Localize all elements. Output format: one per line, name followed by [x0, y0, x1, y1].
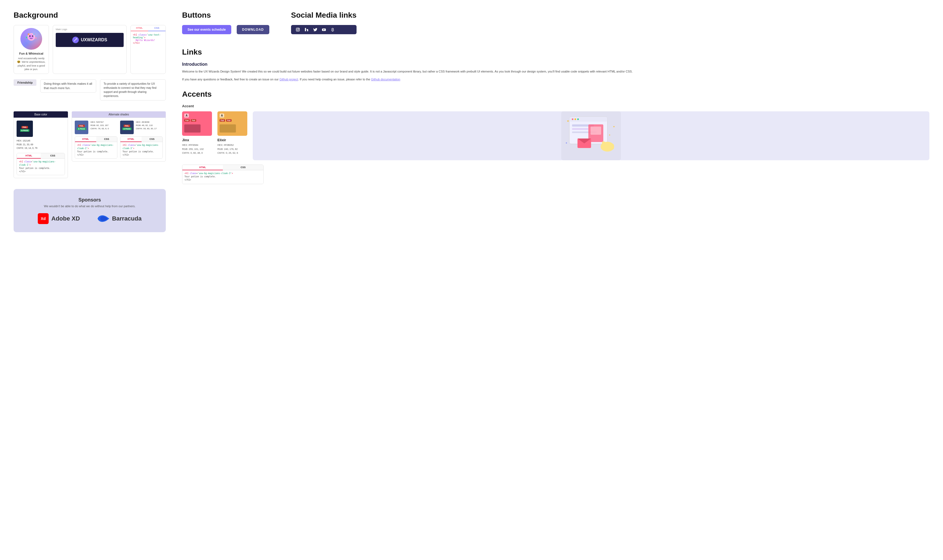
elixir-rgb: RGB: 240, 176, 82 — [217, 147, 247, 151]
svg-rect-26 — [572, 128, 589, 130]
links-title: Links — [182, 48, 929, 57]
svg-rect-33 — [609, 143, 611, 149]
shade2-css-tab[interactable]: CSS — [142, 137, 163, 142]
accent-cards-row: A Fail Fail Jinx HEX: #FF6584 RGB: 255, … — [182, 111, 929, 160]
shade2-l2: Your potion is complete. — [123, 150, 160, 154]
accent-code-tabs: HTML CSS — [182, 165, 263, 170]
shade1-l3: </h1> — [77, 154, 115, 157]
elixir-swatch: A Fail Fail — [217, 111, 247, 136]
accent-illustration: ✦ ✦ ✦ ✦ — [253, 111, 929, 160]
svg-point-11 — [298, 29, 299, 29]
social-title: Social Media links — [291, 11, 356, 20]
adobe-xd-logo: Xd Adobe XD — [38, 213, 80, 224]
accents-title: Accents — [182, 90, 929, 98]
shade2-swatch-row: FAIL A PASS HEX: 2E3E6E RGB: 46, 62, 110… — [120, 121, 163, 134]
jinx-name: Jinx — [182, 138, 212, 142]
shade1-swatch: FAIL A PASS — [75, 121, 88, 134]
adobe-name: Adobe XD — [51, 215, 80, 222]
accent-html-tab[interactable]: HTML — [182, 165, 223, 170]
friendship-row: Friendship Doing things with friends mak… — [14, 79, 166, 100]
fun-whimsical-desc: And occasionally nerdy 🤓. We're unpreten… — [17, 57, 46, 71]
elixir-cmyk: CMYK: 0, 25, 62, 6 — [217, 151, 247, 155]
elixir-card: A Fail Fail Elixir HEX: #F0B052 RGB: 240… — [217, 111, 247, 155]
accent-label: Accent — [182, 104, 929, 108]
pass-badge: A PASS — [20, 129, 29, 132]
fail-badge: FAIL — [22, 126, 28, 128]
shade1-pass: A PASS — [77, 128, 86, 130]
elixir-name: Elixir — [217, 138, 247, 142]
download-button[interactable]: DOWNLOAD — [237, 25, 269, 34]
sponsors-title: Sponsors — [22, 197, 158, 203]
shade1-l1: <h1 class='uxw-bg-magicians-cloak-2'> — [77, 144, 115, 150]
accent-code-body: <h1 class='uxw-bg-magicians-cloak-3'> Yo… — [182, 170, 263, 184]
accent-code-l1: <h1 class='uxw-bg-magicians-cloak-3'> — [185, 172, 261, 175]
code-tab-html[interactable]: HTML — [131, 25, 148, 31]
base-code-section: HTML CSS <h1 class='uxw-bg-magicians-clo… — [17, 153, 65, 175]
alt-shades-col: Alternate shades FAIL A PASS — [72, 111, 166, 178]
jinx-cmyk: CMYK: 0, 60, 48, 0 — [182, 151, 212, 155]
shade2-fail: FAIL — [124, 125, 130, 127]
accent-code-l3: </h1> — [185, 178, 261, 182]
buttons-title: Buttons — [182, 11, 269, 20]
shade2-code: HTML CSS <h1 class='uxw-bg-magicians-clo… — [120, 136, 163, 158]
base-cs-html[interactable]: HTML — [17, 153, 41, 158]
base-hex: HEX: 152145 — [17, 139, 65, 143]
shade1-fail: FAIL — [78, 125, 85, 127]
youtube-icon[interactable] — [321, 27, 327, 32]
shade1-info: HEX: 5267A7 RGB: 82, 103, 167 CMYK: 76, … — [91, 121, 109, 130]
jinx-hex: HEX: #FF6584 — [182, 143, 212, 147]
alt-shades-card: FAIL A PASS HEX: 5267A7 RGB: 82, 103, 16… — [72, 118, 166, 162]
base-code-l3: </h1> — [19, 170, 63, 173]
logo-label: Main Logo — [56, 28, 124, 31]
right-top-row: Buttons See our events schedule DOWNLOAD… — [182, 11, 929, 34]
shade2-cmyk: CMYK: 93, 83, 30, 17 — [136, 127, 157, 130]
shade2-rgb: RGB: 46, 62, 110 — [136, 124, 157, 127]
instagram-icon[interactable] — [295, 27, 301, 32]
base-color-info: HEX: 152145 RGB: 21, 33, 69 CMYK: 19, 14… — [17, 139, 65, 150]
shade1-item: FAIL A PASS HEX: 5267A7 RGB: 82, 103, 16… — [75, 121, 117, 158]
code-tab-css[interactable]: CSS — [148, 25, 165, 31]
logo-area: UXWIZARDS — [56, 33, 124, 47]
code-line-3: </h1> — [133, 42, 163, 44]
links-section: Links Introduction Welcome to the UX Wiz… — [182, 48, 929, 82]
elixir-fail: Fail — [220, 119, 225, 122]
shade2-hex: HEX: 2E3E6E — [136, 121, 157, 124]
base-cs-css[interactable]: CSS — [41, 153, 65, 158]
shade2-l3: </h1> — [123, 154, 160, 157]
podcast-icon[interactable] — [330, 27, 336, 32]
button-row: See our events schedule DOWNLOAD — [182, 25, 269, 34]
shade1-rgb: RGB: 82, 103, 167 — [91, 124, 109, 127]
adobe-icon: Xd — [38, 213, 49, 224]
svg-text:✦: ✦ — [609, 134, 611, 136]
linkedin-icon[interactable] — [304, 27, 310, 32]
shade2-html-tab[interactable]: HTML — [120, 137, 142, 142]
events-button[interactable]: See our events schedule — [182, 25, 231, 34]
fun-whimsical-title: Fun & Whimsical — [19, 52, 43, 55]
elixir-info: HEX: #F0B052 RGB: 240, 176, 82 CMYK: 0, … — [217, 143, 247, 155]
jinx-rgb: RGB: 255, 101, 132 — [182, 147, 212, 151]
shade1-hex: HEX: 5267A7 — [91, 121, 109, 124]
logo-text: UXWIZARDS — [81, 37, 107, 42]
github-docs-link[interactable]: Github documentation — [371, 78, 400, 81]
shade1-html-tab[interactable]: HTML — [75, 137, 96, 142]
base-code-l1: <h1 class='uxw-bg-magicians-cloak-1'> — [19, 160, 63, 167]
links-p2-pre: If you have any questions or feedback, f… — [182, 78, 279, 81]
shade1-css-tab[interactable]: CSS — [96, 137, 117, 142]
accents-section: Accents Accent A Fail Fail Ji — [182, 90, 929, 184]
shade2-code-body: <h1 class='uxw-bg-magicians-cloak-3'> Yo… — [120, 142, 162, 158]
svg-text:✦: ✦ — [565, 142, 567, 145]
github-project-link[interactable]: Github project — [279, 78, 298, 81]
links-p2-mid: . If you need help creating an issue, pl… — [298, 78, 371, 81]
friendship-text: Doing things with friends makes it all t… — [40, 79, 96, 92]
accent-css-tab[interactable]: CSS — [223, 165, 263, 170]
twitter-icon[interactable] — [312, 27, 318, 32]
base-cs-tabs: HTML CSS — [17, 153, 65, 158]
barracuda-logo: Barracuda — [96, 214, 142, 223]
base-color-card: FAIL A PASS HEX: 152145 RGB: 21, 33, 69 … — [14, 118, 68, 178]
base-code-l2: Your potion is complete. — [19, 167, 63, 170]
links-intro-p2: If you have any questions or feedback, f… — [182, 77, 929, 82]
code-body: <h1 class='uxw-text-heading'> Hello Wiza… — [131, 31, 165, 46]
svg-rect-29 — [590, 126, 601, 135]
shade2-cs-tabs: HTML CSS — [120, 137, 162, 142]
background-title: Background — [14, 11, 166, 20]
